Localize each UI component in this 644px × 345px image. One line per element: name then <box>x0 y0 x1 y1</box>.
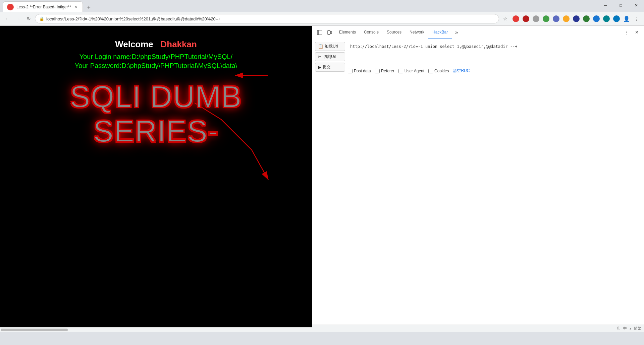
window-controls: ─ □ ✕ <box>598 0 644 12</box>
load-url-button[interactable]: 📋 加载Url <box>315 42 345 51</box>
tab-title: Less-2 **Error Based- Intiger** <box>16 5 71 9</box>
annotation-arrows <box>0 26 312 332</box>
ext-icon-6[interactable] <box>561 14 571 23</box>
url-text: localhost/Less-2/?id=-1%20%20union%20sel… <box>46 16 495 21</box>
status-item-4: 简繁 <box>634 326 641 331</box>
submit-icon: ▶ <box>318 65 321 70</box>
submit-button[interactable]: ▶ 提交 <box>315 63 345 72</box>
ext-icon-9[interactable] <box>592 14 601 23</box>
submit-label: 提交 <box>323 64 331 70</box>
devtools-toolbar: Elements Console Sources Network HackBar… <box>312 26 644 39</box>
ext-icon-1[interactable] <box>511 14 521 23</box>
new-tab-button[interactable]: + <box>84 3 94 12</box>
referer-checkbox[interactable] <box>375 69 380 73</box>
h-scrollbar[interactable] <box>0 327 312 332</box>
bookmark-button[interactable]: ☆ <box>500 14 510 23</box>
ext-icon-8[interactable] <box>582 14 591 23</box>
status-item-1: 印 <box>617 326 621 331</box>
tab-network[interactable]: Network <box>406 26 428 39</box>
minimize-button[interactable]: ─ <box>598 0 613 12</box>
post-data-option[interactable]: Post data <box>348 69 371 73</box>
load-url-icon: 📋 <box>318 44 323 49</box>
post-data-checkbox[interactable] <box>348 69 353 73</box>
referer-label: Referer <box>381 69 394 73</box>
h-scrollbar-container[interactable] <box>0 327 312 332</box>
referer-option[interactable]: Referer <box>375 69 394 73</box>
back-button[interactable]: ← <box>3 14 12 23</box>
svg-rect-6 <box>330 31 332 34</box>
devtools-panel: Elements Console Sources Network HackBar… <box>312 26 644 332</box>
status-item-3: ♪ <box>630 327 632 331</box>
cookies-option[interactable]: Cookies <box>428 69 449 73</box>
split-url-label: 切割Url <box>323 54 336 60</box>
h-scrollbar-thumb[interactable] <box>1 329 68 331</box>
maximize-button[interactable]: □ <box>613 0 629 12</box>
split-url-icon: ✂ <box>318 54 322 59</box>
hackbar-options: Post data Referer User Agent Cookies 清 <box>348 68 641 74</box>
tab-console[interactable]: Console <box>360 26 383 39</box>
refresh-button[interactable]: ↻ <box>24 14 34 23</box>
devtools-inspect-button[interactable] <box>315 28 324 37</box>
url-bar[interactable]: 🔒 localhost/Less-2/?id=-1%20%20union%20s… <box>35 14 499 23</box>
tab-favicon <box>7 4 14 10</box>
cookies-checkbox[interactable] <box>428 69 433 73</box>
main-content: Welcome Dhakkan Your Login name:D:/phpSt… <box>0 26 644 332</box>
tab-hackbar[interactable]: HackBar <box>428 26 452 39</box>
menu-button[interactable]: ⋮ <box>632 14 641 23</box>
ext-icon-7[interactable] <box>572 14 581 23</box>
post-data-label: Post data <box>354 69 371 73</box>
svg-rect-5 <box>328 30 330 34</box>
browser-chrome: Less-2 **Error Based- Intiger** ✕ + ─ □ … <box>0 0 644 26</box>
status-bar: 印 中 ♪ 简繁 <box>312 325 644 332</box>
forward-button[interactable]: → <box>13 14 23 23</box>
sqli-title-text: SQLI DUMB SERIES- <box>7 80 305 149</box>
profile-button[interactable]: 👤 <box>622 14 631 23</box>
tab-elements[interactable]: Elements <box>335 26 360 39</box>
browser-viewport: Welcome Dhakkan Your Login name:D:/phpSt… <box>0 26 312 332</box>
user-agent-checkbox[interactable] <box>398 69 403 73</box>
status-item-2: 中 <box>623 326 627 331</box>
hackbar-url-input[interactable]: http://localhost/Less-2/?id=-1 union sel… <box>348 42 641 65</box>
devtools-tabs: Elements Console Sources Network HackBar… <box>335 26 478 39</box>
extensions-area: 👤 ⋮ <box>511 14 641 23</box>
tab-bar: Less-2 **Error Based- Intiger** ✕ + ─ □ … <box>0 0 644 12</box>
ext-icon-4[interactable] <box>541 14 551 23</box>
close-button[interactable]: ✕ <box>629 0 644 12</box>
ext-icon-10[interactable] <box>602 14 611 23</box>
devtools-more-button[interactable]: » <box>452 28 461 37</box>
devtools-device-button[interactable] <box>325 28 334 37</box>
svg-rect-3 <box>317 30 322 35</box>
hackbar-content: 📋 加载Url ✂ 切割Url ▶ 提交 http://localhost/Le… <box>312 39 644 325</box>
user-agent-option[interactable]: User Agent <box>398 69 424 73</box>
user-agent-label: User Agent <box>405 69 424 73</box>
clear-ruc-link[interactable]: 清空RUC <box>453 68 470 74</box>
address-bar: ← → ↻ 🔒 localhost/Less-2/?id=-1%20%20uni… <box>0 12 644 25</box>
ext-icon-5[interactable] <box>551 14 561 23</box>
tab-close-button[interactable]: ✕ <box>73 4 78 10</box>
devtools-settings-button[interactable]: ⋮ <box>622 28 631 37</box>
ext-icon-11[interactable] <box>612 14 621 23</box>
load-url-label: 加载Url <box>325 44 338 49</box>
hackbar-right: http://localhost/Less-2/?id=-1 union sel… <box>348 42 641 322</box>
ext-icon-2[interactable] <box>521 14 531 23</box>
browser-tab[interactable]: Less-2 **Error Based- Intiger** ✕ <box>3 1 83 12</box>
hackbar-buttons: 📋 加载Url ✂ 切割Url ▶ 提交 <box>315 42 345 322</box>
tab-sources[interactable]: Sources <box>383 26 406 39</box>
url-security-icon: 🔒 <box>39 16 44 21</box>
split-url-button[interactable]: ✂ 切割Url <box>315 52 345 61</box>
ext-icon-3[interactable] <box>531 14 541 23</box>
devtools-close-button[interactable]: ✕ <box>632 28 641 37</box>
cookies-label: Cookies <box>434 69 449 73</box>
